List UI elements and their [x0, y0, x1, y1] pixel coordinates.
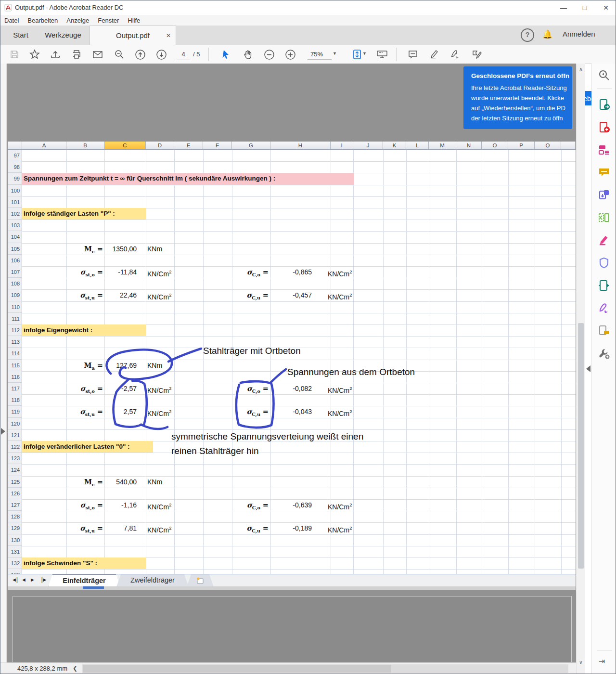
next-page-icon[interactable] — [155, 48, 167, 61]
ink-box-sigma — [236, 381, 274, 428]
page-total-label: / 5 — [193, 49, 200, 60]
scroll-up-icon[interactable]: ∧ — [577, 66, 585, 72]
share-upload-icon[interactable] — [49, 48, 62, 61]
highlight-icon[interactable] — [598, 234, 611, 247]
ink-bracket-values — [114, 381, 167, 429]
ink-connector-1 — [168, 349, 201, 362]
zoom-caret-icon[interactable]: ▼ — [333, 51, 337, 56]
find-icon[interactable] — [113, 48, 126, 61]
panel-expand-icon[interactable]: ⇥ — [599, 657, 605, 666]
ink-connector-2 — [270, 369, 286, 383]
sheet-nav-prev-icon: ◄ — [21, 577, 26, 583]
export-pdf-icon[interactable] — [598, 99, 611, 111]
more-tools-icon[interactable] — [598, 348, 611, 360]
print-icon[interactable] — [70, 48, 83, 61]
left-panel-strip — [0, 64, 7, 662]
session-restore-notification[interactable]: Geschlossene PDFs erneut öffn Ihre letzt… — [463, 66, 572, 129]
close-button[interactable]: ✕ — [595, 0, 616, 15]
tab-werkzeuge[interactable]: Werkzeuge — [40, 26, 86, 45]
sheet-tab-zweifeldtraeger: Zweifeldträger — [116, 574, 189, 587]
minimize-button[interactable]: — — [553, 0, 574, 15]
favorite-star-icon[interactable] — [28, 48, 41, 61]
create-pdf-icon[interactable] — [598, 121, 611, 134]
edit-pdf-icon[interactable] — [598, 144, 611, 156]
previous-page-icon[interactable] — [134, 48, 146, 61]
horizontal-scrollbar[interactable] — [82, 664, 568, 673]
maximize-button[interactable]: □ — [574, 0, 595, 15]
pdf-page: ABCDEFGHIJKLMNOPQ97989910010110210310410… — [8, 142, 576, 590]
menu-bearbeiten[interactable]: Bearbeiten — [27, 17, 58, 24]
notification-title: Geschlossene PDFs erneut öffn — [471, 72, 572, 79]
page-size-label: 425,8 x 288,2 mm — [17, 665, 67, 672]
menu-datei[interactable]: Datei — [4, 17, 19, 24]
email-icon[interactable] — [91, 48, 104, 61]
ink-annotations — [8, 142, 576, 574]
presentation-icon[interactable] — [376, 48, 388, 61]
sheet-tab-insert — [187, 574, 214, 587]
sign-tool-icon[interactable] — [449, 48, 462, 61]
comment-icon[interactable] — [598, 167, 611, 179]
combine-files-icon[interactable] — [598, 189, 611, 202]
ink-ellipse-ma — [107, 350, 172, 379]
anmelden-link[interactable]: Anmelden — [563, 28, 595, 40]
notification-bell-icon[interactable]: 🔔 — [542, 29, 552, 39]
save-icon[interactable] — [8, 48, 21, 61]
window-title: Output.pdf - Adobe Acrobat Reader DC — [15, 4, 123, 11]
sheet-nav-next-icon: ► — [30, 577, 35, 583]
excel-hscroll-fragment — [83, 586, 104, 589]
page-bottom-strip — [8, 586, 576, 590]
tab-close-icon[interactable]: ✕ — [166, 26, 171, 45]
tab-start[interactable]: Start — [5, 26, 36, 45]
zoom-out-icon[interactable] — [263, 48, 275, 61]
menu-bar: Datei Bearbeiten Anzeige Fenster Hilfe — [0, 15, 616, 26]
fill-sign-icon[interactable] — [598, 302, 611, 315]
help-icon[interactable]: ? — [521, 28, 534, 42]
comment-tool-icon[interactable] — [407, 48, 419, 61]
acrobat-logo-icon — [4, 4, 12, 12]
fill-sign-tool-icon[interactable] — [471, 48, 483, 61]
tools-panel: ⇥ — [591, 64, 616, 674]
sheet-nav-first-icon: ◄▏ — [12, 577, 21, 583]
select-tool-icon[interactable] — [219, 48, 232, 61]
page-nav-left-icon[interactable] — [586, 365, 590, 372]
protect-icon[interactable] — [598, 257, 611, 270]
vertical-scrollbar[interactable]: ∧ ∨ — [576, 64, 585, 674]
fit-page-caret-icon[interactable]: ▼ — [362, 51, 367, 56]
vertical-scrollbar-thumb[interactable] — [578, 323, 584, 569]
page-number-input[interactable]: 4 — [177, 49, 190, 60]
send-comments-icon[interactable] — [598, 325, 611, 337]
tab-document[interactable]: Output.pdf ✕ — [90, 26, 176, 45]
hand-tool-icon[interactable] — [242, 48, 254, 61]
sheet-tab-einfeldtraeger: Einfeldträger — [48, 574, 120, 587]
status-bar: 425,8 x 288,2 mm ❮ — [0, 662, 576, 674]
sheet-nav-last-icon: ▕► — [38, 577, 47, 583]
menu-fenster[interactable]: Fenster — [98, 17, 119, 24]
organize-pages-icon[interactable] — [598, 212, 611, 224]
next-page-preview — [13, 596, 572, 662]
compress-pdf-icon[interactable] — [598, 280, 611, 292]
page-nav-right-icon[interactable] — [1, 428, 5, 435]
highlight-tool-icon[interactable] — [428, 48, 440, 61]
horizontal-scrollbar-thumb[interactable] — [83, 665, 391, 673]
menu-anzeige[interactable]: Anzeige — [66, 17, 89, 24]
sheet-tab-bar: ◄▏ ◄ ► ▕► Einfeldträger Zweifeldträger — [8, 574, 576, 586]
main-toolbar: 4 / 5 75% ▼ ▼ Freigeben — [0, 45, 616, 64]
title-bar: Output.pdf - Adobe Acrobat Reader DC — □… — [0, 0, 616, 15]
search-tools-icon[interactable] — [598, 69, 611, 82]
hscroll-left-icon[interactable]: ❮ — [73, 665, 77, 672]
scroll-down-icon[interactable]: ∨ — [577, 660, 585, 665]
fit-page-icon[interactable] — [351, 48, 363, 61]
zoom-in-icon[interactable] — [284, 48, 296, 61]
menu-hilfe[interactable]: Hilfe — [128, 17, 140, 24]
zoom-level-select[interactable]: 75% — [308, 49, 332, 60]
